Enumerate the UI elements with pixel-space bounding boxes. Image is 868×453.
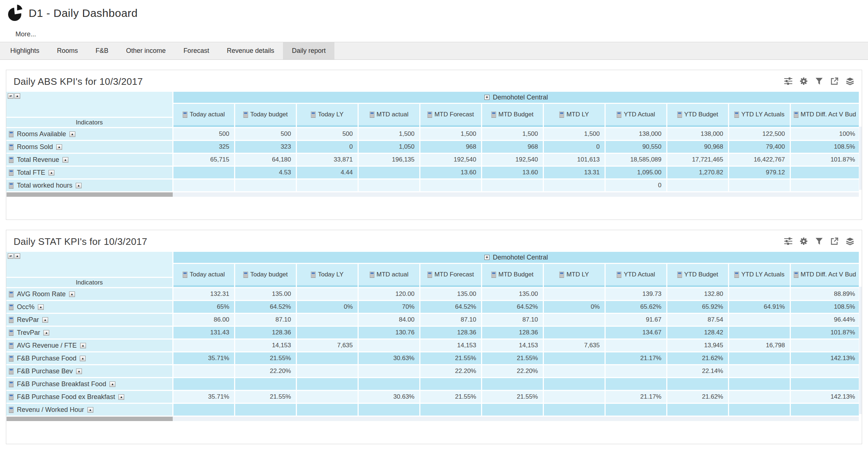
column-header-ytd-budget[interactable]: YTD Budget [667,264,728,287]
measure-calculator-icon [311,112,316,118]
layers-icon[interactable] [846,77,854,87]
horizontal-scrollbar[interactable] [6,417,859,421]
collapse-row-icon[interactable]: ▲ [62,157,68,163]
more-link[interactable]: More... [15,30,36,38]
data-cell: 1,500 [359,128,419,140]
filter-icon[interactable] [815,237,824,247]
collapse-row-icon[interactable]: ▲ [49,170,54,175]
collapse-row-icon[interactable]: ▲ [110,381,115,387]
column-header-today-ly[interactable]: Today LY [297,104,358,127]
collapse-row-icon[interactable]: ▲ [69,131,75,137]
pivot-collapse-all-icon[interactable]: ▲ [14,93,20,99]
collapse-row-icon[interactable]: ▲ [69,291,75,297]
pivot-collapse-all-icon[interactable]: ▲ [14,253,20,259]
column-header-mtd-budget[interactable]: MTD Budget [482,264,543,287]
data-cell [544,365,605,377]
sliders-icon[interactable] [784,237,793,247]
tab-other-income[interactable]: Other income [117,42,175,59]
layers-icon[interactable] [846,237,854,247]
column-header-ytd-ly-actuals[interactable]: YTD LY Actuals [729,104,790,127]
row-label-f-b-purchase-food[interactable]: F&B Purchase Food▲ [6,352,172,364]
collapse-row-icon[interactable]: ▲ [76,183,82,188]
row-label-rooms-available[interactable]: Rooms Available▲ [6,128,172,140]
collapse-row-icon[interactable]: ▲ [42,317,48,323]
column-header-today-ly[interactable]: Today LY [297,264,358,287]
data-cell: 30.63% [359,352,419,364]
expand-group-icon[interactable]: + [484,255,489,260]
column-header-today-actual[interactable]: Today actual [173,104,234,127]
table-header: ⇄ ▲ Indicators + Demohotel Central Today… [6,92,859,127]
tab-highlights[interactable]: Highlights [1,42,48,59]
row-label-total-worked-hours[interactable]: Total worked hours▲ [6,180,172,191]
vertical-scrollbar[interactable] [859,127,862,190]
collapse-row-icon[interactable]: ▲ [38,304,44,310]
data-cell: 1,095.00 [606,167,666,178]
tab-forecast[interactable]: Forecast [175,42,218,59]
row-label-total-fte[interactable]: Total FTE▲ [6,167,172,178]
column-header-ytd-actual[interactable]: YTD Actual [606,104,666,127]
data-cell: 100% [791,128,859,140]
collapse-row-icon[interactable]: ▲ [80,356,86,361]
row-label-avg-room-rate[interactable]: AVG Room Rate▲ [6,288,172,300]
row-label-avg-revenue-fte[interactable]: AVG Revenue / FTE▲ [6,340,172,351]
gear-icon[interactable] [799,237,808,247]
data-cell [729,180,790,191]
column-header-ytd-budget[interactable]: YTD Budget [667,104,728,127]
collapse-row-icon[interactable]: ▲ [80,343,86,348]
column-header-ytd-actual[interactable]: YTD Actual [606,264,666,287]
sliders-icon[interactable] [784,77,793,87]
data-cell [544,180,605,191]
column-header-mtd-budget[interactable]: MTD Budget [482,104,543,127]
tab-daily-report[interactable]: Daily report [283,42,334,59]
data-cell: 65,715 [173,154,234,166]
table-body: Rooms Available▲5005005001,5001,5001,500… [6,128,859,191]
column-group-header[interactable]: + Demohotel Central [173,252,859,263]
filter-icon[interactable] [815,77,824,87]
column-header-mtd-ly[interactable]: MTD LY [544,264,605,287]
collapse-row-icon[interactable]: ▲ [56,144,62,150]
scrollbar-thumb[interactable] [7,192,173,197]
row-label-revenu-worked-hour[interactable]: Revenu / Worked Hour▲ [6,404,172,416]
measure-calculator-icon [9,170,14,176]
column-group-header[interactable]: + Demohotel Central [173,92,859,103]
horizontal-scrollbar[interactable] [6,192,859,197]
column-header-mtd-forecast[interactable]: MTD Forecast [420,264,481,287]
scrollbar-thumb[interactable] [7,417,173,421]
row-label-f-b-purchase-breakfast-food[interactable]: F&B Purchase Breakfast Food▲ [6,378,172,390]
column-header-today-budget[interactable]: Today budget [235,104,296,127]
measure-calculator-icon [9,131,14,137]
gear-icon[interactable] [799,77,808,87]
row-label-f-b-purchase-bev[interactable]: F&B Purchase Bev▲ [6,365,172,377]
vertical-scrollbar[interactable] [859,287,862,414]
column-header-mtd-forecast[interactable]: MTD Forecast [420,104,481,127]
measure-calculator-icon [491,272,496,278]
column-header-mtd-ly[interactable]: MTD LY [544,104,605,127]
pivot-swap-icon[interactable]: ⇄ [8,93,14,99]
row-label-occ[interactable]: Occ%▲ [6,301,172,313]
export-icon[interactable] [830,77,839,87]
column-header-mtd-actual[interactable]: MTD actual [359,264,419,287]
collapse-row-icon[interactable]: ▲ [76,369,82,374]
pivot-swap-icon[interactable]: ⇄ [8,253,14,259]
data-cell: 16,798 [729,340,790,351]
collapse-row-icon[interactable]: ▲ [43,330,49,336]
column-header-today-actual[interactable]: Today actual [173,264,234,287]
measure-calculator-icon [559,112,564,118]
export-icon[interactable] [830,237,839,247]
tab-rooms[interactable]: Rooms [48,42,87,59]
collapse-row-icon[interactable]: ▲ [87,407,93,413]
column-header-mtd-diff-act-v-bud[interactable]: MTD Diff. Act V Bud [791,104,859,127]
row-label-rooms-sold[interactable]: Rooms Sold▲ [6,141,172,153]
row-label-f-b-purchase-food-ex-breakfast[interactable]: F&B Purchase Food ex Breakfast▲ [6,391,172,403]
column-header-today-budget[interactable]: Today budget [235,264,296,287]
tab-revenue-details[interactable]: Revenue details [218,42,283,59]
collapse-row-icon[interactable]: ▲ [118,394,124,400]
tab-f-b[interactable]: F&B [87,42,117,59]
row-label-trevpar[interactable]: TrevPar▲ [6,327,172,338]
column-header-mtd-actual[interactable]: MTD actual [359,104,419,127]
column-header-mtd-diff-act-v-bud[interactable]: MTD Diff. Act V Bud [791,264,859,287]
row-label-revpar[interactable]: RevPar▲ [6,314,172,326]
column-header-ytd-ly-actuals[interactable]: YTD LY Actuals [729,264,790,287]
expand-group-icon[interactable]: + [484,95,489,100]
row-label-total-revenue[interactable]: Total Revenue▲ [6,154,172,166]
